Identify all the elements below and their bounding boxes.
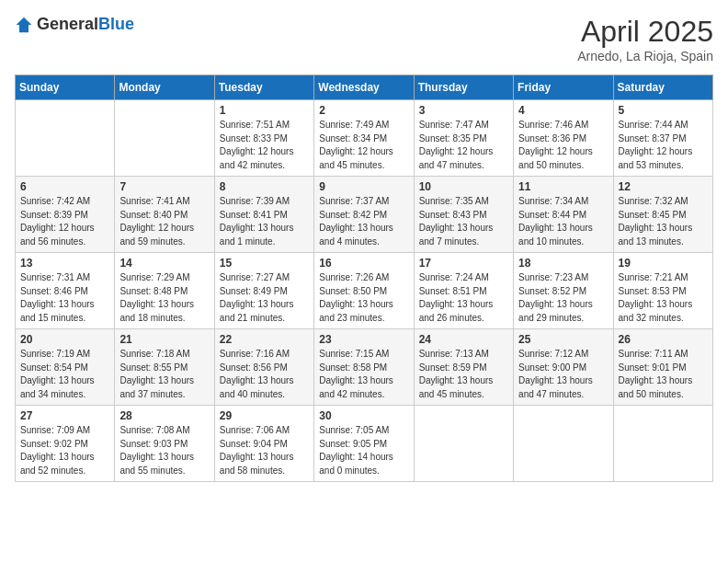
- day-info: Sunrise: 7:31 AMSunset: 8:46 PMDaylight:…: [20, 271, 109, 325]
- day-info: Sunrise: 7:05 AMSunset: 9:05 PMDaylight:…: [319, 424, 408, 477]
- calendar-cell: 17Sunrise: 7:24 AMSunset: 8:51 PMDayligh…: [414, 253, 513, 329]
- day-info: Sunrise: 7:42 AMSunset: 8:39 PMDaylight:…: [20, 195, 109, 248]
- calendar-cell: [115, 100, 214, 177]
- day-number: 24: [419, 333, 508, 346]
- col-header-monday: Monday: [115, 75, 214, 100]
- calendar-week-row: 13Sunrise: 7:31 AMSunset: 8:46 PMDayligh…: [16, 253, 713, 329]
- calendar-cell: 11Sunrise: 7:34 AMSunset: 8:44 PMDayligh…: [514, 177, 613, 253]
- day-number: 18: [518, 257, 608, 270]
- day-number: 26: [619, 333, 708, 346]
- day-info: Sunrise: 7:44 AMSunset: 8:37 PMDaylight:…: [619, 119, 708, 172]
- day-info: Sunrise: 7:34 AMSunset: 8:44 PMDaylight:…: [518, 195, 608, 248]
- col-header-friday: Friday: [514, 75, 613, 100]
- day-number: 14: [119, 257, 209, 270]
- logo-blue: Blue: [98, 15, 134, 33]
- calendar-week-row: 1Sunrise: 7:51 AMSunset: 8:33 PMDaylight…: [16, 100, 713, 177]
- day-info: Sunrise: 7:06 AMSunset: 9:04 PMDaylight:…: [220, 424, 309, 477]
- day-info: Sunrise: 7:21 AMSunset: 8:53 PMDaylight:…: [619, 271, 708, 325]
- day-number: 6: [20, 180, 109, 193]
- day-info: Sunrise: 7:29 AMSunset: 8:48 PMDaylight:…: [119, 271, 209, 325]
- day-number: 3: [419, 104, 508, 117]
- day-number: 17: [419, 257, 508, 270]
- day-number: 21: [119, 333, 209, 346]
- calendar-cell: 3Sunrise: 7:47 AMSunset: 8:35 PMDaylight…: [414, 100, 513, 177]
- logo-icon: [15, 16, 33, 34]
- day-info: Sunrise: 7:09 AMSunset: 9:02 PMDaylight:…: [20, 424, 109, 477]
- calendar-cell: [16, 100, 115, 177]
- calendar-cell: 9Sunrise: 7:37 AMSunset: 8:42 PMDaylight…: [314, 177, 414, 253]
- day-number: 5: [619, 104, 708, 117]
- day-number: 12: [619, 180, 708, 193]
- calendar-cell: 10Sunrise: 7:35 AMSunset: 8:43 PMDayligh…: [414, 177, 513, 253]
- day-number: 19: [619, 257, 708, 270]
- day-info: Sunrise: 7:19 AMSunset: 8:54 PMDaylight:…: [20, 348, 109, 401]
- calendar-cell: 6Sunrise: 7:42 AMSunset: 8:39 PMDaylight…: [16, 177, 115, 253]
- calendar-week-row: 27Sunrise: 7:09 AMSunset: 9:02 PMDayligh…: [16, 406, 713, 482]
- calendar-week-row: 6Sunrise: 7:42 AMSunset: 8:39 PMDaylight…: [16, 177, 713, 253]
- col-header-tuesday: Tuesday: [214, 75, 313, 100]
- col-header-wednesday: Wednesday: [314, 75, 414, 100]
- day-number: 11: [518, 180, 608, 193]
- page-header: GeneralBlue April 2025 Arnedo, La Rioja,…: [15, 15, 713, 63]
- day-number: 7: [119, 180, 209, 193]
- svg-marker-0: [17, 17, 32, 32]
- day-info: Sunrise: 7:12 AMSunset: 9:00 PMDaylight:…: [518, 348, 608, 401]
- day-number: 15: [220, 257, 309, 270]
- day-info: Sunrise: 7:15 AMSunset: 8:58 PMDaylight:…: [319, 348, 408, 401]
- day-info: Sunrise: 7:32 AMSunset: 8:45 PMDaylight:…: [619, 195, 708, 248]
- calendar-cell: 19Sunrise: 7:21 AMSunset: 8:53 PMDayligh…: [613, 253, 712, 329]
- day-info: Sunrise: 7:08 AMSunset: 9:03 PMDaylight:…: [119, 424, 209, 477]
- calendar-cell: 28Sunrise: 7:08 AMSunset: 9:03 PMDayligh…: [115, 406, 214, 482]
- calendar-week-row: 20Sunrise: 7:19 AMSunset: 8:54 PMDayligh…: [16, 329, 713, 406]
- day-number: 10: [419, 180, 508, 193]
- calendar-cell: 1Sunrise: 7:51 AMSunset: 8:33 PMDaylight…: [214, 100, 313, 177]
- calendar-cell: 5Sunrise: 7:44 AMSunset: 8:37 PMDaylight…: [613, 100, 712, 177]
- logo: GeneralBlue: [15, 15, 134, 34]
- calendar-cell: 22Sunrise: 7:16 AMSunset: 8:56 PMDayligh…: [214, 329, 313, 406]
- calendar-cell: 7Sunrise: 7:41 AMSunset: 8:40 PMDaylight…: [115, 177, 214, 253]
- day-info: Sunrise: 7:39 AMSunset: 8:41 PMDaylight:…: [220, 195, 309, 248]
- day-number: 16: [319, 257, 408, 270]
- calendar-cell: [613, 406, 712, 482]
- col-header-sunday: Sunday: [16, 75, 115, 100]
- day-number: 20: [20, 333, 109, 346]
- calendar-cell: 20Sunrise: 7:19 AMSunset: 8:54 PMDayligh…: [16, 329, 115, 406]
- day-number: 1: [220, 104, 309, 117]
- calendar-cell: 2Sunrise: 7:49 AMSunset: 8:34 PMDaylight…: [314, 100, 414, 177]
- calendar-cell: 16Sunrise: 7:26 AMSunset: 8:50 PMDayligh…: [314, 253, 414, 329]
- day-info: Sunrise: 7:27 AMSunset: 8:49 PMDaylight:…: [220, 271, 309, 325]
- day-info: Sunrise: 7:41 AMSunset: 8:40 PMDaylight:…: [119, 195, 209, 248]
- day-info: Sunrise: 7:35 AMSunset: 8:43 PMDaylight:…: [419, 195, 508, 248]
- day-number: 27: [20, 409, 109, 422]
- month-title: April 2025: [577, 15, 713, 49]
- day-info: Sunrise: 7:16 AMSunset: 8:56 PMDaylight:…: [220, 348, 309, 401]
- calendar-cell: 27Sunrise: 7:09 AMSunset: 9:02 PMDayligh…: [16, 406, 115, 482]
- calendar-cell: 12Sunrise: 7:32 AMSunset: 8:45 PMDayligh…: [613, 177, 712, 253]
- calendar-cell: [414, 406, 513, 482]
- day-number: 8: [220, 180, 309, 193]
- calendar-cell: 4Sunrise: 7:46 AMSunset: 8:36 PMDaylight…: [514, 100, 613, 177]
- day-number: 25: [518, 333, 608, 346]
- day-number: 22: [220, 333, 309, 346]
- day-info: Sunrise: 7:37 AMSunset: 8:42 PMDaylight:…: [319, 195, 408, 248]
- day-number: 23: [319, 333, 408, 346]
- day-number: 29: [220, 409, 309, 422]
- calendar-cell: 13Sunrise: 7:31 AMSunset: 8:46 PMDayligh…: [16, 253, 115, 329]
- day-info: Sunrise: 7:49 AMSunset: 8:34 PMDaylight:…: [319, 119, 408, 172]
- day-info: Sunrise: 7:18 AMSunset: 8:55 PMDaylight:…: [119, 348, 209, 401]
- day-info: Sunrise: 7:11 AMSunset: 9:01 PMDaylight:…: [619, 348, 708, 401]
- calendar-cell: 8Sunrise: 7:39 AMSunset: 8:41 PMDaylight…: [214, 177, 313, 253]
- logo-general: General: [37, 15, 98, 33]
- calendar-cell: 26Sunrise: 7:11 AMSunset: 9:01 PMDayligh…: [613, 329, 712, 406]
- day-info: Sunrise: 7:23 AMSunset: 8:52 PMDaylight:…: [518, 271, 608, 325]
- calendar-cell: 25Sunrise: 7:12 AMSunset: 9:00 PMDayligh…: [514, 329, 613, 406]
- calendar-cell: 18Sunrise: 7:23 AMSunset: 8:52 PMDayligh…: [514, 253, 613, 329]
- calendar-cell: 14Sunrise: 7:29 AMSunset: 8:48 PMDayligh…: [115, 253, 214, 329]
- calendar-cell: 23Sunrise: 7:15 AMSunset: 8:58 PMDayligh…: [314, 329, 414, 406]
- calendar-cell: 24Sunrise: 7:13 AMSunset: 8:59 PMDayligh…: [414, 329, 513, 406]
- calendar-cell: 29Sunrise: 7:06 AMSunset: 9:04 PMDayligh…: [214, 406, 313, 482]
- day-number: 4: [518, 104, 608, 117]
- calendar-cell: 15Sunrise: 7:27 AMSunset: 8:49 PMDayligh…: [214, 253, 313, 329]
- day-info: Sunrise: 7:51 AMSunset: 8:33 PMDaylight:…: [220, 119, 309, 172]
- day-number: 28: [119, 409, 209, 422]
